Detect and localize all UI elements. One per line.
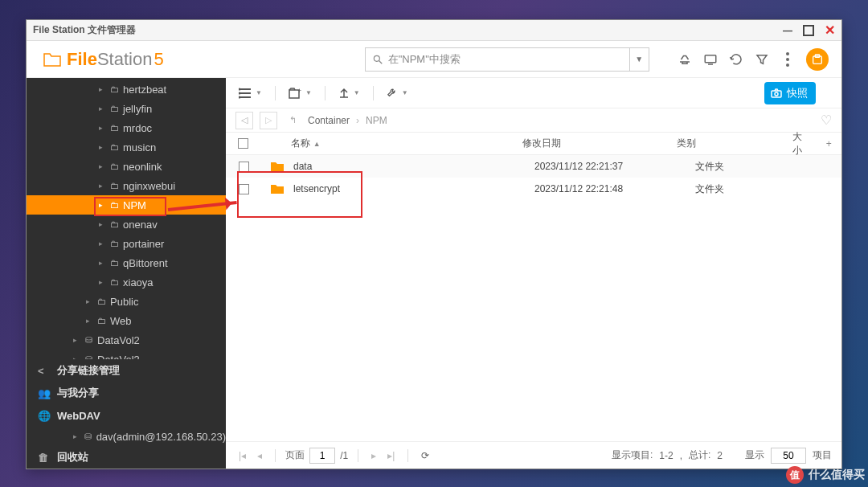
section-label: 与我分享	[57, 386, 99, 400]
row-checkbox[interactable]	[239, 162, 249, 172]
column-name[interactable]: 名称▲	[291, 137, 522, 150]
refresh-button[interactable]: ⟳	[418, 450, 432, 461]
table-row[interactable]: letsencrypt 2023/11/12 22:21:48 文件夹	[226, 178, 841, 200]
nav-forward-button[interactable]: ▷	[260, 112, 277, 129]
add-column-button[interactable]: +	[826, 138, 841, 149]
nav-up-button[interactable]: ↰	[284, 112, 301, 129]
tree-item[interactable]: ▸🗀jellyfin	[27, 99, 226, 118]
tree-label: nginxwebui	[123, 180, 175, 192]
column-type[interactable]: 类别	[677, 137, 792, 150]
svg-point-5	[786, 58, 789, 61]
more-icon[interactable]	[780, 52, 795, 67]
tree-label: DataVol3	[97, 354, 140, 360]
crumb-parent[interactable]: Container	[308, 115, 350, 126]
remote-mount-icon[interactable]	[678, 52, 692, 67]
select-all-checkbox[interactable]	[226, 138, 260, 149]
filter-icon[interactable]	[755, 52, 769, 67]
folder-tree: ▸🗀hertzbeat ▸🗀jellyfin ▸🗀mrdoc ▸🗀musicn …	[27, 78, 226, 359]
svg-point-0	[374, 55, 379, 61]
next-page-button[interactable]: ▸	[368, 450, 379, 461]
favorite-icon[interactable]: ♡	[821, 113, 832, 128]
search-placeholder: 在"NPM"中搜索	[388, 52, 461, 67]
column-size[interactable]: 大小	[792, 130, 826, 158]
main-panel: ▼ +▼ ▼ ▼ 快照 ▼ ◁ ▷ ↰ Container › NPM	[226, 78, 841, 469]
section-webdav[interactable]: 🌐 WebDAV	[27, 404, 226, 427]
brand-folder-icon	[43, 51, 62, 68]
chevron-right-icon: ›	[356, 115, 359, 126]
search-dropdown[interactable]: ▼	[630, 47, 649, 72]
folder-icon: 🗀	[108, 84, 120, 94]
tree-label: neonlink	[123, 161, 162, 173]
row-name: letsencrypt	[293, 183, 534, 194]
tree-item[interactable]: ▸🗀xiaoya	[27, 272, 226, 292]
tree-item[interactable]: ▸🗀hertzbeat	[27, 80, 226, 99]
add-button[interactable]: +▼	[284, 83, 317, 104]
tree-label: onenav	[123, 219, 158, 231]
divider	[275, 86, 276, 100]
watermark-badge-icon: 值	[786, 466, 804, 484]
tree-item[interactable]: ▸🗀onenav	[27, 215, 226, 234]
tree-item[interactable]: ▸🗀Public	[27, 292, 226, 311]
row-checkbox[interactable]	[239, 184, 249, 194]
brand-num: 5	[154, 49, 163, 69]
brand: FileStation5	[43, 49, 164, 70]
app-window: File Station 文件管理器 — ✕ FileStation5 在"NP…	[26, 19, 842, 469]
rows-per-page-select[interactable]	[771, 448, 806, 464]
search-input[interactable]: 在"NPM"中搜索	[365, 47, 630, 72]
last-page-button[interactable]: ▸|	[384, 450, 398, 461]
section-share-links[interactable]: < 分享链接管理	[27, 359, 226, 382]
refresh-icon[interactable]	[729, 52, 743, 67]
svg-point-12	[239, 88, 241, 90]
topbar: FileStation5 在"NPM"中搜索 ▼	[27, 41, 841, 78]
section-shared-with-me[interactable]: 👥 与我分享	[27, 382, 226, 404]
tree-item-datavol3[interactable]: ▸⛁DataVol3	[27, 350, 226, 359]
tree-item[interactable]: ▸🗀qBittorent	[27, 253, 226, 272]
svg-rect-17	[772, 91, 781, 97]
column-date[interactable]: 修改日期	[522, 137, 677, 150]
statusbar: |◂ ◂ 页面 /1 ▸ ▸| ⟳ 显示项目: 1-2, 总计: 2 显示	[226, 441, 841, 469]
table-row[interactable]: data 2023/11/12 22:21:37 文件夹	[226, 155, 841, 178]
snapshot-dropdown[interactable]: ▼	[817, 82, 830, 104]
section-label: 回收站	[57, 450, 88, 464]
folder-icon: 🗀	[108, 104, 120, 113]
webdav-child[interactable]: ▸⛁dav(admin@192.168.50.23)	[27, 427, 226, 446]
folder-icon: 🗀	[108, 142, 120, 152]
search-wrap: 在"NPM"中搜索 ▼	[365, 47, 649, 72]
folder-icon: 🗀	[108, 162, 120, 171]
tree-item-npm[interactable]: ▸🗀NPM	[27, 195, 226, 215]
section-recycle[interactable]: 🗑 回收站	[27, 446, 226, 469]
folder-icon	[270, 161, 285, 172]
tree-item[interactable]: ▸🗀portainer	[27, 234, 226, 253]
upload-button[interactable]: ▼	[334, 83, 365, 104]
folder-icon: 🗀	[96, 297, 107, 306]
display-mode-icon[interactable]	[703, 52, 718, 67]
divider	[373, 86, 374, 100]
tree-item-datavol2[interactable]: ▸⛁DataVol2	[27, 330, 226, 350]
nav-back-button[interactable]: ◁	[235, 112, 253, 129]
tree-label: xiaoya	[123, 276, 154, 289]
close-button[interactable]: ✕	[824, 25, 835, 36]
prev-page-button[interactable]: ◂	[254, 450, 265, 461]
tree-label: musicn	[123, 141, 156, 153]
globe-icon: 🌐	[38, 410, 51, 422]
first-page-button[interactable]: |◂	[235, 450, 249, 461]
tree-item[interactable]: ▸🗀musicn	[27, 137, 226, 157]
tree-item[interactable]: ▸🗀neonlink	[27, 157, 226, 176]
tree-label: mrdoc	[123, 122, 152, 134]
minimize-button[interactable]: —	[782, 25, 793, 36]
tree-item[interactable]: ▸🗀Web	[27, 311, 226, 330]
task-badge[interactable]	[806, 48, 829, 71]
tree-item[interactable]: ▸🗀nginxwebui	[27, 176, 226, 195]
tools-button[interactable]: ▼	[382, 83, 413, 104]
tree-label: hertzbeat	[123, 84, 166, 96]
view-mode-button[interactable]: ▼	[234, 83, 267, 104]
page-input[interactable]	[309, 448, 335, 464]
svg-point-18	[775, 92, 778, 96]
search-icon	[372, 54, 383, 65]
snapshot-button[interactable]: 快照	[764, 82, 816, 104]
svg-point-14	[239, 96, 241, 98]
maximize-button[interactable]	[803, 25, 814, 36]
crumb-current[interactable]: NPM	[366, 115, 387, 126]
tree-item[interactable]: ▸🗀mrdoc	[27, 118, 226, 137]
watermark-text: 什么值得买	[809, 468, 865, 482]
